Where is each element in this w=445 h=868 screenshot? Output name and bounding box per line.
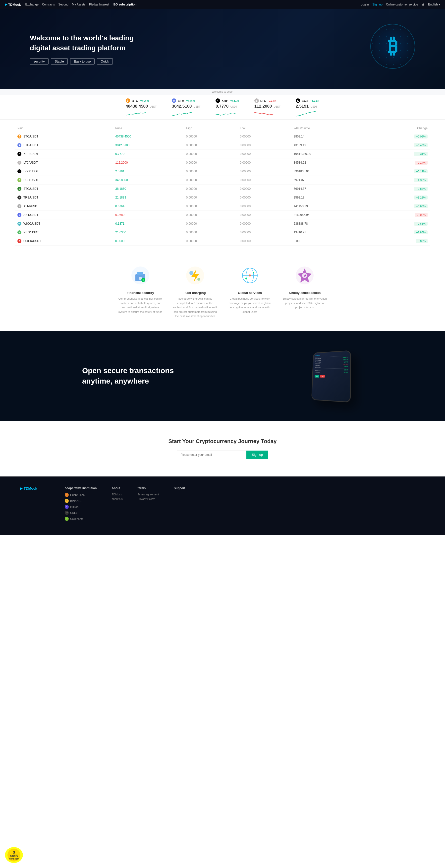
high-cell-1: 0.00000 [184, 141, 237, 150]
chevron-down-icon: ▾ [439, 3, 440, 6]
xrp-unit: USDT [231, 105, 237, 108]
trb-icon: T [18, 195, 22, 199]
change-cell-11: +2.85% [368, 228, 430, 237]
financial-title: Financial security [118, 291, 163, 294]
volume-cell-4: 3961835.04 [291, 167, 368, 176]
print-icon[interactable]: 🖨 [421, 3, 424, 6]
btc-unit: USDT [150, 105, 157, 108]
coin-stat-ltc[interactable]: Ł LTC -0.14% 112.2000 USDT [247, 98, 288, 119]
price-cell-11: 21.6300 [113, 228, 183, 237]
low-cell-8: 0.00000 [237, 202, 291, 211]
okex-icon: O [65, 511, 69, 515]
eos-price-container: 2.5191 USDT [296, 104, 319, 109]
change-cell-3: -0.14% [368, 158, 430, 167]
change-cell-8: +0.68% [368, 202, 430, 211]
table-row[interactable]: Ł LTC/USDT 112.2000 0.00000 0.00000 3453… [15, 158, 430, 167]
svg-text:★: ★ [304, 274, 307, 277]
footer-about-tdmock[interactable]: TDMock [112, 493, 123, 496]
signup-link[interactable]: Sign up [372, 3, 382, 6]
table-row[interactable]: ₿ BTC/USDT 40438.4500 0.00000 0.00000 38… [15, 132, 430, 141]
low-cell-0: 0.00000 [237, 132, 291, 141]
language-selector[interactable]: English ▾ [428, 3, 440, 6]
svg-rect-3 [139, 277, 142, 280]
signup-button[interactable]: Sign up [246, 451, 268, 459]
change-cell-7: +1.22% [368, 193, 430, 202]
login-link[interactable]: Log in [361, 3, 369, 6]
tag-stable: Stable [51, 58, 68, 64]
footer-col-about: About TDMock about Us [112, 487, 123, 523]
footer-partners-title: cooperative institution [65, 487, 97, 490]
footer-col-terms: terms Terms agreement Privacy Policy [138, 487, 159, 523]
xrp-icon: ✕ [215, 98, 220, 103]
signup-title: Start Your Cryptocurrency Journey Today [5, 438, 440, 444]
table-row[interactable]: ✕ XRP/USDT 0.7770 0.00000 0.00000 194113… [15, 150, 430, 158]
low-cell-1: 0.00000 [237, 141, 291, 150]
footer-brand: ▶ TDMock [20, 487, 50, 523]
brand-logo[interactable]: ▶ TDMock [5, 3, 21, 6]
iota-icon: I [18, 204, 22, 208]
nav-myassets[interactable]: My Assets [72, 3, 85, 6]
email-input[interactable] [177, 451, 246, 459]
col-price: Price [113, 125, 183, 132]
table-row[interactable]: W WICC/USDT 0.1371 0.00000 0.00000 23838… [15, 219, 430, 228]
table-row[interactable]: E EOS/USDT 2.5191 0.00000 0.00000 396183… [15, 167, 430, 176]
pair-cell-3: Ł LTC/USDT [18, 161, 110, 165]
eth-unit: USDT [194, 105, 200, 108]
nav-exchange[interactable]: Exchange [25, 3, 39, 6]
coin-stat-btc[interactable]: ₿ BTC +0.06% 40438.4500 USDT [118, 98, 165, 119]
low-cell-11: 0.00000 [237, 228, 291, 237]
table-row[interactable]: S SNT/USDT 0.0680 0.00000 0.00000 316995… [15, 211, 430, 219]
table-row[interactable]: T TRB/USDT 21.1883 0.00000 0.00000 2592.… [15, 193, 430, 202]
table-row[interactable]: N NEO/USDT 21.6300 0.00000 0.00000 13410… [15, 228, 430, 237]
volume-cell-7: 2592.18 [291, 193, 368, 202]
table-row[interactable]: E ETC/USDT 38.1860 0.00000 0.00000 76914… [15, 185, 430, 193]
coin-stat-xrp[interactable]: ✕ XRP +0.31% 0.7770 USDT [208, 98, 247, 119]
partner-kraken: K kraken [65, 505, 97, 509]
low-cell-6: 0.00000 [237, 185, 291, 193]
volume-cell-6: 76914.37 [291, 185, 368, 193]
footer-privacy-policy[interactable]: Privacy Policy [138, 497, 159, 500]
eos-price: 2.5191 [296, 104, 309, 108]
change-cell-4: +5.12% [368, 167, 430, 176]
financial-desc: Comprehensive financial risk control sys… [118, 297, 163, 314]
nav-second[interactable]: Second [58, 3, 68, 6]
nav-contracts[interactable]: Contracts [42, 3, 55, 6]
table-row[interactable]: O OOCK/USDT 0.0000 0.00000 0.00000 0.00 … [15, 237, 430, 246]
change-cell-10: +0.66% [368, 219, 430, 228]
price-cell-9: 0.0680 [113, 211, 183, 219]
high-cell-2: 0.00000 [184, 150, 237, 158]
navbar-left: ▶ TDMock Exchange Contracts Second My As… [5, 3, 136, 6]
hero-content: Welcome to the world's leading digital a… [30, 33, 144, 64]
partner-cakename: C Cakename [65, 517, 97, 521]
table-row[interactable]: I IOTA/USDT 0.6764 0.00000 0.00000 44145… [15, 202, 430, 211]
change-cell-1: +0.46% [368, 141, 430, 150]
cta-title-line1: Open secure transactions [82, 366, 174, 375]
nav-ieo[interactable]: IEO subscription [112, 3, 136, 6]
coin-stat-eth[interactable]: ◆ ETH +0.46% 3042.5100 USDT [164, 98, 208, 119]
eth-price: 3042.5100 [172, 104, 192, 108]
phone-row-4: LTC/USDT 112.200 [315, 363, 348, 366]
oock-icon: O [18, 239, 22, 243]
customer-service-link[interactable]: Online customer service [386, 3, 418, 6]
high-cell-10: 0.00000 [184, 219, 237, 228]
high-cell-7: 0.00000 [184, 193, 237, 202]
pair-cell-9: S SNT/USDT [18, 213, 110, 217]
price-cell-10: 0.1371 [113, 219, 183, 228]
market-table: Pair Price High Low 24H Volume Change ₿ … [15, 125, 430, 246]
price-cell-0: 40438.4500 [113, 132, 183, 141]
huobi-icon: H [65, 493, 69, 497]
pair-cell-0: ₿ BTC/USDT [18, 134, 110, 138]
nav-pledge[interactable]: Pledge Interest [89, 3, 109, 6]
high-cell-11: 0.00000 [184, 228, 237, 237]
pair-cell-7: T TRB/USDT [18, 195, 110, 199]
volume-cell-5: 5971.07 [291, 176, 368, 185]
eth-icon: ◆ [172, 98, 176, 103]
footer-about-us[interactable]: about Us [112, 497, 123, 500]
table-row[interactable]: ◆ ETH/USDT 3042.5100 0.00000 0.00000 431… [15, 141, 430, 150]
feature-global: Global services Global business services… [228, 266, 272, 318]
table-row[interactable]: B BCH/USDT 345.8300 0.00000 0.00000 5971… [15, 176, 430, 185]
btc-icon: ₿ [18, 134, 22, 138]
coin-stat-eos[interactable]: E EOS +5.12% 2.5191 USDT [288, 98, 327, 119]
dark-cta-section: Open secure transactions anytime, anywhe… [0, 331, 445, 421]
footer-terms-agreement[interactable]: Terms agreement [138, 493, 159, 496]
